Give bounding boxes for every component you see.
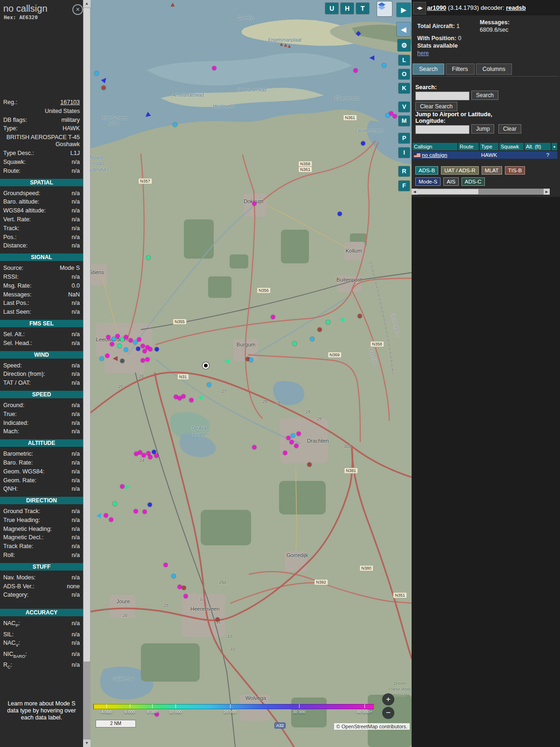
data-label: RC: [3, 661, 12, 671]
legend-badge-ads-c[interactable]: ADS-C [462, 177, 485, 186]
column-header-type[interactable]: Type [480, 143, 498, 150]
decoder-link[interactable]: readsb [506, 4, 526, 11]
jump-label: Jump to Airport or Latitude, Longitude: [415, 111, 516, 124]
scroll-down-icon[interactable]: ▼ [83, 740, 91, 747]
legend-badge-ais[interactable]: AIS [443, 177, 459, 186]
aircraft-detail-sidebar: no callsign Hex: AE6320 ✕ Reg.:167103Uni… [0, 0, 83, 747]
data-label: Source: [3, 264, 23, 273]
data-label: Ground: [3, 401, 24, 410]
column-header-squawk[interactable]: Squawk [499, 143, 524, 150]
data-label: Sel. Alt.: [3, 330, 25, 339]
data-label: Geom. Rate: [3, 476, 36, 485]
tab-search[interactable]: Search [413, 63, 444, 75]
app-name-link[interactable]: ar1090 [427, 4, 446, 11]
map[interactable]: DokkumKollumBuitenpostStiensBurgumLeeuwa… [91, 0, 412, 747]
app-title: ar1090 (3.14.1793) decoder: readsb [427, 4, 526, 11]
tab-columns[interactable]: Columns [476, 63, 512, 75]
map-shortcut-l[interactable]: L [399, 55, 410, 65]
hscroll-left-icon[interactable]: ◀ [412, 189, 418, 195]
data-value: n/a [72, 233, 80, 242]
data-value: 0.0 [72, 282, 80, 290]
zoom-out-button[interactable]: − [382, 707, 394, 719]
data-value: n/a [72, 661, 80, 671]
data-value: n/a [72, 467, 80, 476]
map-shortcut-v[interactable]: V [399, 102, 410, 112]
cell-type: HAWK [480, 151, 498, 159]
map-button-h[interactable]: H [341, 3, 354, 14]
altitude-tick-label: 40 000+ [357, 710, 372, 714]
search-input[interactable] [415, 92, 469, 100]
legend-badge-tis-b[interactable]: TIS-B [505, 166, 525, 175]
altitude-tick [106, 704, 107, 708]
aircraft-callsign-title: no callsign [0, 0, 83, 14]
zoom-in-button[interactable]: + [382, 693, 394, 705]
data-label: Msg. Rate: [3, 282, 31, 290]
tab-filters[interactable]: Filters [446, 63, 475, 75]
jump-clear-button[interactable]: Clear [498, 124, 521, 134]
map-shortcut-p[interactable]: P [399, 133, 410, 143]
panel-toggle-button[interactable]: ◀▶ [413, 2, 426, 14]
info-value[interactable]: 167103 [60, 98, 80, 107]
map-shortcut-r[interactable]: R [399, 166, 410, 176]
data-value: n/a [72, 619, 80, 630]
data-value: n/a [72, 507, 80, 516]
legend-badge-ads-b[interactable]: ADS-B [415, 166, 438, 175]
stats-here-link[interactable]: here [417, 50, 429, 56]
map-shortcut-k[interactable]: K [399, 83, 410, 93]
data-value: n/a [72, 299, 80, 308]
map-shortcut-f[interactable]: F [399, 181, 410, 191]
table-vscroll-up[interactable]: ▲ [552, 143, 557, 150]
section-header-direction: DIRECTION [0, 497, 83, 504]
data-value: n/a [72, 401, 80, 410]
scrollbar-thumb[interactable] [84, 8, 90, 662]
data-row: SIL:n/a [3, 630, 80, 639]
scroll-up-icon[interactable]: ▲ [83, 0, 91, 7]
search-button[interactable]: Search [471, 91, 498, 100]
jump-button[interactable]: Jump [471, 124, 494, 134]
data-row: Track Rate:n/a [3, 542, 80, 551]
info-value: n/a [72, 167, 80, 176]
settings-gear-icon[interactable]: ⚙ [398, 39, 411, 51]
hscroll-thumb[interactable] [418, 189, 478, 194]
column-header-callsign[interactable]: Callsign [413, 143, 457, 150]
table-hscrollbar[interactable]: ◀ ▶ [412, 189, 550, 195]
data-row: Sel. Head.:n/a [3, 339, 80, 348]
info-row: DB flags:military [3, 116, 80, 125]
legend-badge-uat-ads-r[interactable]: UAT / ADS-R [441, 166, 479, 175]
jump-input[interactable] [415, 125, 469, 134]
data-value: n/a [72, 551, 80, 560]
map-shortcut-o[interactable]: O [399, 69, 410, 79]
map-scale: 2 NM [96, 720, 136, 727]
info-value: United States [45, 107, 80, 116]
info-row: Route:n/a [3, 167, 80, 176]
column-header-altft[interactable]: Alt. (ft) [525, 143, 551, 150]
section-header-spatial: SPATIAL [0, 179, 83, 186]
data-value: n/a [72, 370, 80, 379]
map-button-u[interactable]: U [325, 3, 338, 14]
map-shortcut-m[interactable]: M [399, 116, 410, 126]
sidebar-scrollbar[interactable]: ▲ ▼ [83, 0, 91, 747]
panel-expand-button[interactable]: ▶ [397, 3, 411, 17]
data-row: RC:n/a [3, 661, 80, 671]
panel-collapse-button[interactable]: ◀ [397, 22, 411, 36]
map-shortcut-i[interactable]: I [399, 148, 410, 158]
legend-badge-mlat[interactable]: MLAT [482, 166, 502, 175]
altitude-tick-label: 8 000 [147, 710, 158, 714]
layers-button[interactable] [377, 1, 392, 16]
info-label: Route: [3, 167, 21, 176]
callsign-link[interactable]: no callsign [422, 152, 447, 158]
osm-attribution[interactable]: © OpenStreetMap contributors. [334, 723, 410, 730]
total-aircraft: Total Aircraft: 1 [417, 22, 479, 30]
panel-header: ◀▶ ar1090 (3.14.1793) decoder: readsb [412, 0, 560, 15]
hscroll-right-icon[interactable]: ▶ [544, 189, 550, 195]
mode-s-hint: Learn more about Mode S data type by hov… [0, 700, 83, 721]
close-icon[interactable]: ✕ [72, 4, 83, 15]
aircraft-table-row[interactable]: no callsignHAWK? [413, 151, 557, 159]
selected-aircraft-marker[interactable] [203, 362, 209, 369]
hex-label: Hex: [4, 14, 16, 21]
clear-search-button[interactable]: Clear Search [415, 102, 457, 111]
legend-badge-mode-s[interactable]: Mode-S [415, 177, 441, 186]
map-button-t[interactable]: T [356, 3, 369, 14]
column-header-route[interactable]: Route [458, 143, 479, 150]
data-label: Vert. Rate: [3, 215, 31, 224]
